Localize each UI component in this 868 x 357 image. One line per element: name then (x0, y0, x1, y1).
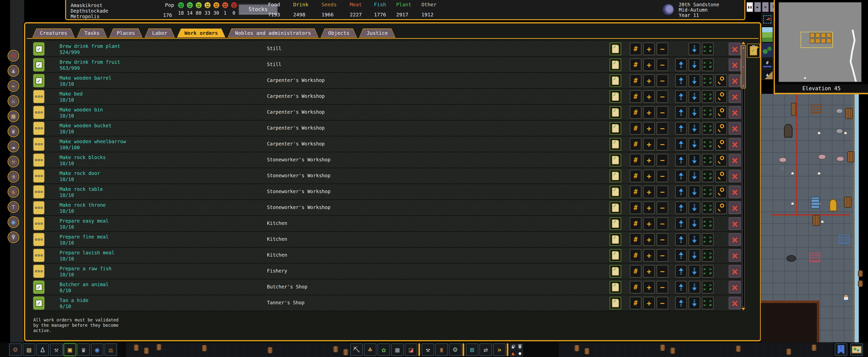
order-details-button[interactable] (610, 281, 621, 293)
increase-count-button[interactable]: + (643, 90, 655, 103)
set-count-button[interactable]: # (630, 297, 642, 310)
order-details-button[interactable] (610, 106, 621, 119)
move-up-button[interactable] (675, 74, 687, 87)
set-count-button[interactable]: # (630, 59, 642, 71)
move-down-button[interactable] (689, 297, 700, 310)
build-structure-button[interactable]: ⚒ (422, 344, 434, 356)
remove-order-button[interactable]: × (729, 106, 741, 119)
order-active-checkbox[interactable]: ✓ (33, 281, 44, 294)
order-validation-pending-icon[interactable] (33, 201, 44, 214)
sidebar-weather-icon[interactable]: ☁ (7, 141, 19, 152)
place-furniture-button[interactable]: ♜ (435, 344, 448, 356)
tab-tasks[interactable]: Tasks (77, 29, 107, 38)
increase-count-button[interactable]: + (643, 122, 655, 135)
zoom-to-workshop-button[interactable] (715, 154, 727, 166)
tasks-button[interactable]: ▤ (23, 344, 35, 356)
increase-count-button[interactable]: + (643, 217, 655, 230)
increase-count-button[interactable]: + (643, 154, 655, 166)
increase-count-button[interactable]: + (643, 43, 655, 55)
zones-button[interactable]: ☺ (449, 344, 462, 356)
order-details-button[interactable] (610, 170, 621, 182)
move-up-button[interactable] (675, 170, 687, 182)
mining-button[interactable]: ⛏ (350, 344, 363, 356)
tab-creatures[interactable]: Creatures (32, 29, 75, 38)
remove-order-button[interactable]: × (729, 122, 741, 135)
order-conditions-button[interactable]: < >= ≠ (702, 265, 714, 278)
move-down-button[interactable] (689, 138, 700, 151)
order-active-checkbox[interactable]: ✓ (33, 74, 44, 87)
move-down-button[interactable] (689, 233, 700, 246)
order-details-button[interactable] (610, 74, 621, 87)
squads-button[interactable]: † (835, 344, 847, 356)
move-down-button[interactable] (689, 90, 700, 103)
claim-button[interactable] (517, 351, 523, 357)
set-count-button[interactable]: # (630, 138, 642, 151)
order-conditions-button[interactable]: < >= ≠ (702, 138, 714, 151)
order-active-checkbox[interactable]: ✓ (33, 296, 44, 310)
minimap-panel[interactable]: Elevation 45 (774, 0, 868, 94)
world-map-button[interactable] (850, 344, 863, 356)
decrease-count-button[interactable]: − (656, 154, 668, 166)
pause-button[interactable]: ▮▮ (746, 2, 753, 12)
order-details-button[interactable] (610, 138, 621, 151)
tab-work-orders[interactable]: Work orders (177, 29, 225, 38)
surface-view-button[interactable] (762, 27, 773, 42)
order-details-button[interactable] (610, 249, 621, 262)
tab-nobles-and-administrators[interactable]: Nobles and administrators (227, 29, 319, 38)
smooth-stone-button[interactable]: ▦ (391, 344, 404, 356)
order-details-button[interactable] (610, 59, 621, 71)
increase-count-button[interactable]: + (643, 265, 655, 278)
remove-order-button[interactable]: × (729, 170, 741, 182)
zoom-to-workshop-button[interactable] (715, 90, 727, 103)
zoom-to-workshop-button[interactable] (715, 138, 727, 151)
sidebar-mallet-icon[interactable]: ⊤ (7, 201, 19, 213)
more-options-button[interactable]: » (493, 344, 506, 356)
objects-button[interactable]: ◉ (91, 344, 103, 356)
scroll-thumb[interactable]: ▲◆▼ (741, 45, 746, 89)
order-validation-pending-icon[interactable] (33, 106, 44, 119)
order-validation-pending-icon[interactable] (33, 185, 44, 198)
move-up-button[interactable] (675, 249, 687, 262)
order-details-button[interactable] (610, 201, 621, 214)
sidebar-quiver-icon[interactable]: ✒ (7, 80, 19, 92)
order-details-button[interactable] (610, 90, 621, 103)
increase-count-button[interactable]: + (643, 297, 655, 310)
nobles-button[interactable]: ♛ (77, 344, 90, 356)
order-details-button[interactable] (610, 265, 621, 278)
move-down-button[interactable] (689, 74, 700, 87)
labor-button[interactable]: ⚒ (50, 344, 63, 356)
increase-count-button[interactable]: + (643, 186, 655, 198)
scroll-down-arrow[interactable] (741, 308, 745, 311)
decrease-count-button[interactable]: − (656, 249, 668, 262)
sidebar-statue-icon[interactable]: ♟ (7, 65, 19, 77)
remove-order-button[interactable]: × (729, 186, 741, 198)
scroll-up-arrow[interactable] (741, 42, 745, 44)
move-up-button[interactable] (675, 106, 687, 119)
move-down-button[interactable] (689, 122, 700, 135)
set-count-button[interactable]: # (630, 233, 642, 246)
order-conditions-button[interactable]: < >= ≠ (702, 106, 714, 119)
tab-labor[interactable]: Labor (145, 29, 175, 38)
set-count-button[interactable]: # (630, 122, 642, 135)
order-validation-pending-icon[interactable] (33, 90, 44, 103)
add-work-order-button[interactable]: + (747, 44, 760, 58)
zoom-to-workshop-button[interactable] (715, 74, 727, 87)
exit-selection-button[interactable]: → (762, 13, 773, 26)
set-count-button[interactable]: # (630, 281, 642, 293)
depth-indicator-button[interactable]: # (762, 58, 773, 69)
increase-count-button[interactable]: + (643, 59, 655, 71)
order-validation-pending-icon[interactable] (33, 138, 44, 151)
decrease-count-button[interactable]: − (656, 122, 668, 135)
chop-trees-button[interactable]: ♣ (364, 344, 376, 356)
zoom-to-workshop-button[interactable] (715, 170, 727, 182)
order-conditions-button[interactable]: < >= ≠ (702, 122, 714, 135)
z-level-up-button[interactable]: ▲ (762, 69, 773, 80)
remove-order-button[interactable]: × (729, 249, 741, 262)
decrease-count-button[interactable]: − (656, 138, 668, 151)
set-count-button[interactable]: # (630, 217, 642, 230)
order-validation-pending-icon[interactable] (33, 265, 44, 278)
order-active-checkbox[interactable]: ✓ (33, 58, 44, 71)
move-up-button[interactable] (675, 138, 687, 151)
sidebar-prohibited-icon[interactable]: ⊘ (7, 50, 19, 62)
order-details-button[interactable] (610, 186, 621, 198)
